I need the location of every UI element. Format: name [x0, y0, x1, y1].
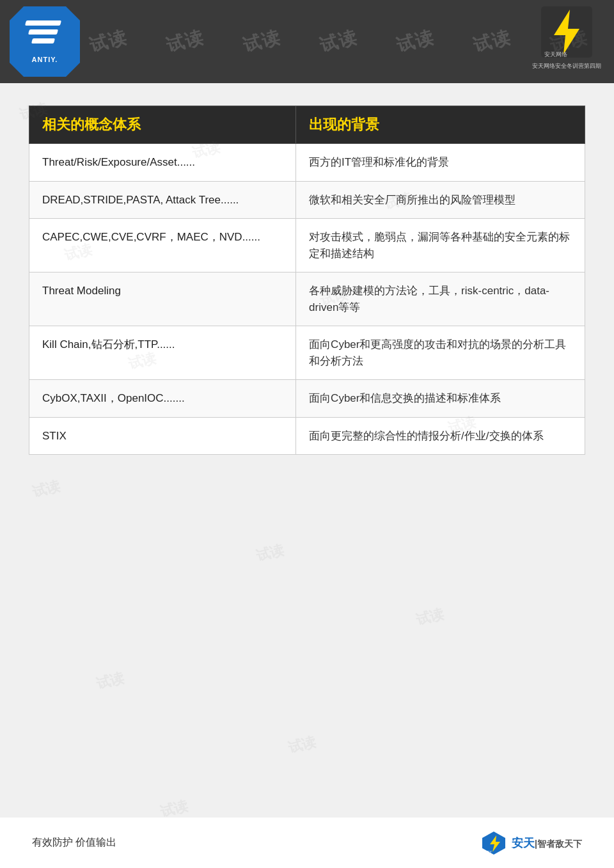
watermark: 试读	[30, 477, 62, 502]
footer: 有效防护 价值输出 ANTIY 安天|智者敌天下	[0, 817, 614, 868]
table-body: Threat/Risk/Exposure/Asset......西方的IT管理和…	[29, 144, 585, 455]
watermark: 试读	[286, 732, 318, 758]
svg-text:ANTIY: ANTIY	[482, 850, 492, 854]
table-row: DREAD,STRIDE,PASTA, Attack Tree......微软和…	[29, 181, 585, 219]
logo-text: ANTIY.	[32, 56, 58, 63]
header-subtitle: 安天网络安全冬训营第四期	[532, 62, 601, 70]
table-row: CybOX,TAXII，OpenIOC.......面向Cyber和信息交换的描…	[29, 380, 585, 418]
header-watermark-6: 试读	[471, 25, 514, 58]
header-watermark-5: 试读	[394, 25, 437, 58]
watermark: 试读	[94, 668, 126, 694]
logo-stripe-3	[31, 38, 55, 43]
logo: ANTIY.	[10, 6, 80, 77]
header: ANTIY. 试读 试读 试读 试读 试读 试读 试读 试读 安天网络 安天网络…	[0, 0, 614, 83]
table-cell-left: DREAD,STRIDE,PASTA, Attack Tree......	[29, 181, 296, 219]
footer-left-text: 有效防护 价值输出	[32, 836, 116, 849]
main-content: 相关的概念体系 出现的背景 Threat/Risk/Exposure/Asset…	[29, 106, 585, 455]
table-row: CAPEC,CWE,CVE,CVRF，MAEC，NVD......对攻击模式，脆…	[29, 219, 585, 272]
col2-header: 出现的背景	[296, 106, 585, 144]
header-watermark-3: 试读	[240, 25, 284, 58]
header-watermark-1: 试读	[87, 25, 130, 58]
footer-right: ANTIY 安天|智者敌天下	[481, 830, 582, 856]
table-cell-left: Kill Chain,钻石分析,TTP......	[29, 326, 296, 380]
footer-slogan: |智者敌天下	[535, 839, 582, 849]
table-cell-left: CAPEC,CWE,CVE,CVRF，MAEC，NVD......	[29, 219, 296, 272]
table-cell-right: 各种威胁建模的方法论，工具，risk-centric，data-driven等等	[296, 272, 585, 326]
table-cell-right: 面向更完整的综合性的情报分析/作业/交换的体系	[296, 417, 585, 455]
table-cell-left: Threat Modeling	[29, 272, 296, 326]
header-watermark-2: 试读	[164, 25, 207, 58]
table-cell-left: STIX	[29, 417, 296, 455]
table-cell-right: 对攻击模式，脆弱点，漏洞等各种基础的安全元素的标定和描述结构	[296, 219, 585, 272]
header-watermark-4: 试读	[317, 25, 361, 58]
header-watermarks: 试读 试读 试读 试读 试读 试读 试读 试读	[0, 0, 614, 83]
footer-brand: 安天	[512, 837, 535, 849]
watermark: 试读	[254, 541, 286, 566]
table-header-row: 相关的概念体系 出现的背景	[29, 106, 585, 144]
table-row: STIX面向更完整的综合性的情报分析/作业/交换的体系	[29, 417, 585, 455]
col1-header: 相关的概念体系	[29, 106, 296, 144]
table-cell-left: CybOX,TAXII，OpenIOC.......	[29, 380, 296, 418]
watermark: 试读	[414, 604, 446, 630]
svg-text:安天网络: 安天网络	[544, 51, 567, 58]
table-row: Threat Modeling各种威胁建模的方法论，工具，risk-centri…	[29, 272, 585, 326]
table-cell-right: 微软和相关安全厂商所推出的风险管理模型	[296, 181, 585, 219]
header-right: 安天网络 安天网络安全冬训营第四期	[532, 6, 601, 70]
table-cell-right: 面向Cyber和信息交换的描述和标准体系	[296, 380, 585, 418]
logo-stripes	[26, 20, 64, 52]
header-right-logo-icon: 安天网络	[541, 6, 592, 58]
concept-table: 相关的概念体系 出现的背景 Threat/Risk/Exposure/Asset…	[29, 106, 585, 455]
table-cell-right: 西方的IT管理和标准化的背景	[296, 144, 585, 182]
logo-stripe-1	[25, 20, 61, 26]
table-row: Kill Chain,钻石分析,TTP......面向Cyber和更高强度的攻击…	[29, 326, 585, 380]
footer-logo-icon: ANTIY	[481, 830, 507, 856]
table-row: Threat/Risk/Exposure/Asset......西方的IT管理和…	[29, 144, 585, 182]
table-cell-right: 面向Cyber和更高强度的攻击和对抗的场景的分析工具和分析方法	[296, 326, 585, 380]
logo-stripe-2	[28, 29, 58, 35]
table-cell-left: Threat/Risk/Exposure/Asset......	[29, 144, 296, 182]
footer-logo-text: 安天|智者敌天下	[512, 835, 582, 851]
